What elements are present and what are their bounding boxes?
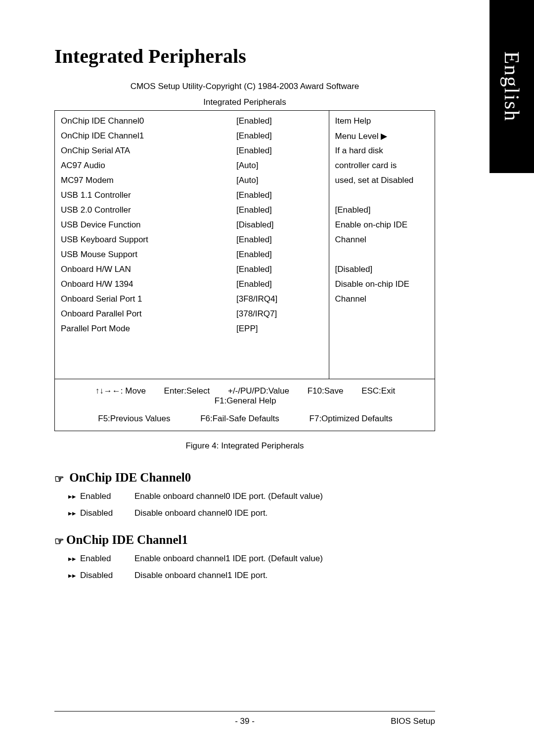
help-line: [Disabled] <box>335 262 430 277</box>
double-arrow-icon: ▸▸ <box>68 571 80 580</box>
pointer-icon: ☞ <box>54 473 64 486</box>
setting-row: OnChip IDE Channel1[Enabled] <box>61 129 324 143</box>
option-label: Enabled <box>80 554 134 564</box>
help-pane: Item Help Menu Level ▶ If a hard disk co… <box>329 111 435 379</box>
setting-label: Onboard Parallel Port <box>61 309 236 319</box>
setting-value: [Enabled] <box>236 265 272 274</box>
doc-section: ☞OnChip IDE Channel1 ▸▸ Enabled Enable o… <box>54 533 435 580</box>
option-desc: Enable onboard channel0 IDE port. (Defau… <box>134 491 435 501</box>
section-title: ☞ OnChip IDE Channel0 <box>54 471 435 485</box>
setting-label: OnChip IDE Channel0 <box>61 116 236 126</box>
setting-value: [Enabled] <box>236 190 272 200</box>
page-number: - 39 - <box>54 716 435 726</box>
setting-row: USB Mouse Support[Enabled] <box>61 247 324 262</box>
option-row: ▸▸ Disabled Disable onboard channel0 IDE… <box>68 508 435 518</box>
key-prev: F5:Previous Values <box>98 414 170 424</box>
setting-value: [Enabled] <box>236 205 272 215</box>
setting-row: AC97 Audio[Auto] <box>61 158 324 173</box>
option-label: Enabled <box>80 491 134 501</box>
key-select: Enter:Select <box>164 386 210 396</box>
key-hints: ↑↓→←: Move Enter:Select +/-/PU/PD:Value … <box>55 379 435 431</box>
setting-label: USB Device Function <box>61 220 236 230</box>
cmos-header: CMOS Setup Utility-Copyright (C) 1984-20… <box>54 82 435 91</box>
setting-value: [Disabled] <box>236 220 274 230</box>
setting-row: OnChip Serial ATA[Enabled] <box>61 143 324 158</box>
language-tab-text: English <box>500 51 524 122</box>
key-save: F10:Save <box>308 386 344 396</box>
key-failsafe: F6:Fail-Safe Defaults <box>200 414 279 424</box>
help-line: Enable on-chip IDE <box>335 218 430 232</box>
help-line: [Enabled] <box>335 203 430 218</box>
help-line: Disable on-chip IDE <box>335 277 430 292</box>
footer-rule <box>54 711 435 712</box>
setting-row: OnChip IDE Channel0[Enabled] <box>61 114 324 129</box>
option-desc: Disable onboard channel1 IDE port. <box>134 571 435 580</box>
cmos-subheader: Integrated Peripherals <box>54 97 435 107</box>
option-label: Disabled <box>80 571 134 580</box>
setting-label: USB Keyboard Support <box>61 235 236 245</box>
help-line: Item Help <box>335 114 430 129</box>
help-line <box>335 247 430 262</box>
key-value: +/-/PU/PD:Value <box>228 386 289 396</box>
setting-label: USB 1.1 Controller <box>61 190 236 200</box>
option-desc: Enable onboard channel1 IDE port. (Defau… <box>134 554 435 564</box>
setting-row: Onboard Serial Port 1[3F8/IRQ4] <box>61 292 324 307</box>
language-tab: English <box>490 0 534 173</box>
setting-label: Parallel Port Mode <box>61 324 236 334</box>
help-line: Menu Level ▶ <box>335 129 430 143</box>
setting-row: USB 1.1 Controller[Enabled] <box>61 188 324 203</box>
option-row: ▸▸ Disabled Disable onboard channel1 IDE… <box>68 571 435 580</box>
option-row: ▸▸ Enabled Enable onboard channel0 IDE p… <box>68 491 435 501</box>
setting-value: [Enabled] <box>236 131 272 141</box>
key-optimized: F7:Optimized Defaults <box>310 414 393 424</box>
settings-pane: OnChip IDE Channel0[Enabled] OnChip IDE … <box>55 111 329 379</box>
setting-label: OnChip Serial ATA <box>61 146 236 156</box>
setting-value: [Enabled] <box>236 146 272 156</box>
help-line: Channel <box>335 232 430 247</box>
help-line: controller card is <box>335 158 430 173</box>
setting-label: Onboard Serial Port 1 <box>61 294 236 304</box>
help-line: If a hard disk <box>335 143 430 158</box>
setting-row: Onboard H/W 1394[Enabled] <box>61 277 324 292</box>
setting-row: USB 2.0 Controller[Enabled] <box>61 203 324 218</box>
figure-caption: Figure 4: Integrated Peripherals <box>54 441 435 451</box>
key-move: ↑↓→←: Move <box>95 386 146 396</box>
setting-label: OnChip IDE Channel1 <box>61 131 236 141</box>
double-arrow-icon: ▸▸ <box>68 492 80 501</box>
doc-section: ☞ OnChip IDE Channel0 ▸▸ Enabled Enable … <box>54 471 435 518</box>
setting-value: [Auto] <box>236 161 258 171</box>
setting-label: AC97 Audio <box>61 161 236 171</box>
setting-value: [EPP] <box>236 324 258 334</box>
setting-label: MC97 Modem <box>61 176 236 185</box>
pointer-icon: ☞ <box>54 535 64 548</box>
page-title: Integrated Peripherals <box>54 44 435 68</box>
setting-value: [378/IRQ7] <box>236 309 277 319</box>
section-title: ☞OnChip IDE Channel1 <box>54 533 435 547</box>
key-exit: ESC:Exit <box>361 386 395 396</box>
help-line: used, set at Disabled <box>335 173 430 188</box>
setting-value: [3F8/IRQ4] <box>236 294 277 304</box>
setting-value: [Auto] <box>236 176 258 185</box>
setting-label: Onboard H/W 1394 <box>61 279 236 289</box>
setting-value: [Enabled] <box>236 235 272 245</box>
bios-table: OnChip IDE Channel0[Enabled] OnChip IDE … <box>54 110 435 431</box>
setting-value: [Enabled] <box>236 279 272 289</box>
setting-label: USB Mouse Support <box>61 250 236 260</box>
setting-label: Onboard H/W LAN <box>61 265 236 274</box>
setting-row: Onboard Parallel Port[378/IRQ7] <box>61 307 324 321</box>
double-arrow-icon: ▸▸ <box>68 554 80 563</box>
help-line <box>335 188 430 203</box>
section-title-text: OnChip IDE Channel0 <box>69 471 191 484</box>
setting-value: [Enabled] <box>236 250 272 260</box>
setting-row: Onboard H/W LAN[Enabled] <box>61 262 324 277</box>
setting-label: USB 2.0 Controller <box>61 205 236 215</box>
setting-row: USB Device Function[Disabled] <box>61 218 324 232</box>
setting-row: Parallel Port Mode[EPP] <box>61 321 324 336</box>
option-row: ▸▸ Enabled Enable onboard channel1 IDE p… <box>68 554 435 564</box>
section-title-text: OnChip IDE Channel1 <box>66 533 188 546</box>
setting-row: USB Keyboard Support[Enabled] <box>61 232 324 247</box>
key-help: F1:General Help <box>215 396 276 406</box>
option-desc: Disable onboard channel0 IDE port. <box>134 508 435 518</box>
setting-value: [Enabled] <box>236 116 272 126</box>
help-line: Channel <box>335 292 430 307</box>
